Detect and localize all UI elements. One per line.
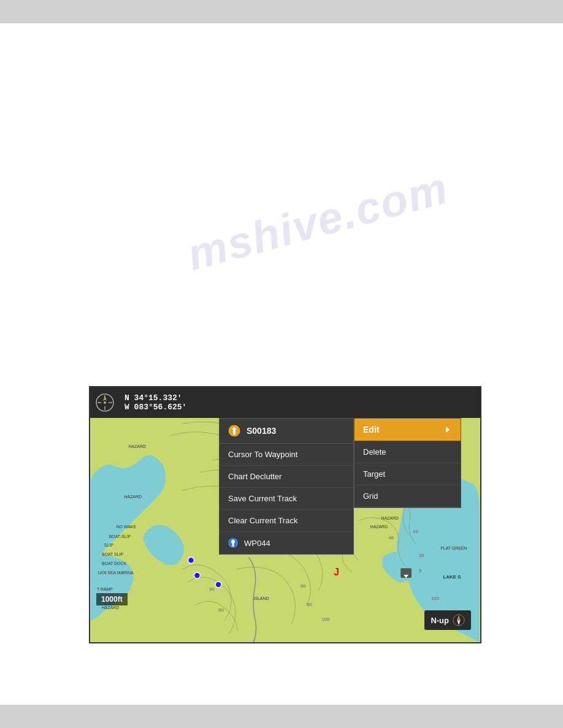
- svg-text:HAZARD: HAZARD: [102, 605, 119, 610]
- submenu-item-delete[interactable]: Delete: [354, 441, 461, 463]
- svg-text:BOAT-SLIP: BOAT-SLIP: [109, 534, 131, 539]
- svg-text:100: 100: [431, 596, 440, 601]
- coord-west: W 083°56.625': [124, 403, 186, 412]
- svg-point-36: [215, 582, 221, 588]
- context-menu-right: Edit Delete Target Grid: [354, 418, 461, 508]
- svg-text:90: 90: [218, 607, 224, 613]
- submenu-item-grid[interactable]: Grid: [354, 485, 461, 507]
- svg-text:SLIP: SLIP: [104, 543, 113, 547]
- svg-text:100: 100: [321, 616, 330, 622]
- gps-map-container: 120 90 90 90 48 48 38 5 90 90 100 90 90 …: [89, 386, 481, 643]
- svg-text:48: 48: [413, 529, 418, 534]
- wp044-icon: [227, 537, 239, 549]
- menu-item-save-current-track[interactable]: Save Current Track: [220, 488, 353, 510]
- coordinates-display: N 34°15.332' W 083°56.625': [120, 393, 191, 412]
- nup-label: N-up: [431, 616, 449, 625]
- menu-item-clear-current-track[interactable]: Clear Current Track: [220, 510, 353, 532]
- svg-text:5: 5: [419, 568, 422, 574]
- top-bar: [0, 0, 563, 23]
- submenu-item-target[interactable]: Target: [354, 463, 461, 485]
- svg-point-35: [194, 572, 200, 578]
- svg-text:48: 48: [388, 535, 394, 540]
- gps-top-bar: N 34°15.332' W 083°56.625': [90, 387, 480, 418]
- chevron-right-icon: [443, 425, 452, 434]
- svg-text:HAZARD: HAZARD: [124, 495, 142, 499]
- coord-north: N 34°15.332': [124, 393, 186, 403]
- svg-text:ISLAND: ISLAND: [253, 596, 269, 601]
- svg-text:BOAT DOCK: BOAT DOCK: [102, 561, 127, 566]
- svg-point-41: [104, 401, 106, 404]
- svg-text:90: 90: [301, 583, 306, 589]
- svg-text:T RAMP: T RAMP: [97, 587, 113, 591]
- svg-text:38: 38: [419, 553, 424, 558]
- svg-text:FLAT GREEN: FLAT GREEN: [441, 546, 467, 550]
- svg-text:LKN SEA MARINA: LKN SEA MARINA: [98, 571, 134, 575]
- watermark: mshive.com: [182, 162, 454, 280]
- svg-marker-46: [103, 396, 107, 401]
- svg-point-48: [233, 427, 236, 430]
- nup-compass-icon: [453, 614, 465, 626]
- svg-text:J: J: [334, 567, 339, 577]
- svg-text:BOAT SLIP: BOAT SLIP: [102, 552, 124, 556]
- submenu-header-label: Edit: [363, 425, 379, 434]
- wp044-label: WP044: [244, 539, 270, 548]
- svg-text:HAZARD: HAZARD: [128, 444, 145, 449]
- scale-indicator: 1000ft: [96, 593, 128, 605]
- menu-waypoint-id: S00183: [247, 426, 276, 436]
- nup-compass[interactable]: N-up: [424, 610, 471, 630]
- svg-text:HAZARD: HAZARD: [381, 516, 398, 520]
- svg-text:LAKE S: LAKE S: [443, 574, 461, 580]
- context-menu-left: S00183 Cursor To Waypoint Chart Declutte…: [219, 418, 354, 555]
- svg-point-34: [188, 557, 194, 563]
- svg-marker-51: [446, 427, 450, 433]
- submenu-header: Edit: [354, 419, 461, 441]
- svg-text:NO WAKE: NO WAKE: [117, 525, 137, 529]
- svg-text:90: 90: [209, 586, 215, 592]
- svg-text:HAZARD: HAZARD: [370, 525, 388, 529]
- compass-button[interactable]: [90, 388, 120, 417]
- menu-item-wp044[interactable]: WP044: [220, 532, 353, 554]
- menu-header: S00183: [220, 419, 353, 444]
- bottom-bar: [0, 705, 563, 728]
- waypoint-header-icon: [227, 423, 242, 438]
- menu-item-chart-declutter[interactable]: Chart Declutter: [220, 466, 353, 488]
- svg-text:90: 90: [307, 602, 312, 607]
- menu-item-cursor-to-waypoint[interactable]: Cursor To Waypoint: [220, 444, 353, 466]
